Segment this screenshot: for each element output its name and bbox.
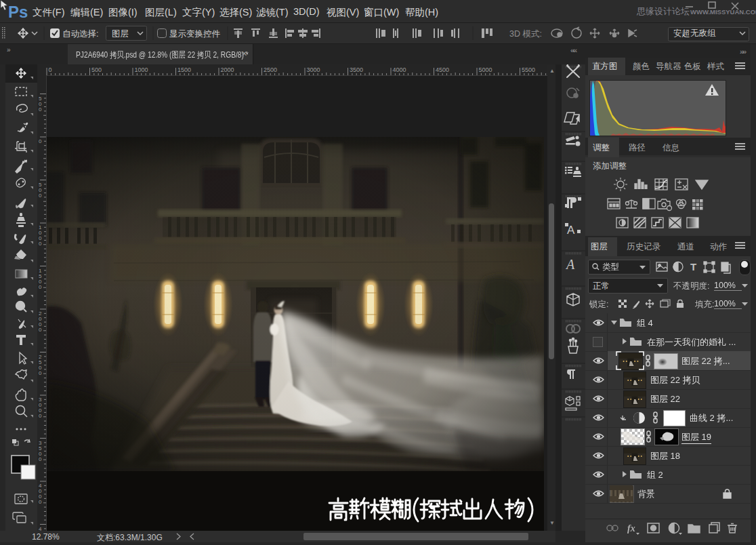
svg-text:A: A <box>565 257 575 272</box>
svg-text:0: 0 <box>39 138 42 144</box>
svg-text:3000: 3000 <box>307 66 320 73</box>
svg-text:5500: 5500 <box>522 66 535 73</box>
svg-text:0: 0 <box>39 456 42 462</box>
svg-text:5000: 5000 <box>479 66 492 73</box>
svg-text:0: 0 <box>39 327 42 333</box>
svg-text:0: 0 <box>49 66 52 73</box>
svg-text:0: 0 <box>39 499 42 505</box>
svg-text:0: 0 <box>39 284 42 290</box>
svg-text:0: 0 <box>39 241 42 247</box>
svg-text:0: 0 <box>39 193 42 199</box>
svg-text:2000: 2000 <box>221 66 234 73</box>
svg-text:0: 0 <box>39 413 42 419</box>
svg-text:3500: 3500 <box>350 66 363 73</box>
svg-text:0: 0 <box>39 370 42 376</box>
svg-text:0: 0 <box>39 106 42 113</box>
svg-text:4500: 4500 <box>436 66 449 73</box>
svg-text:2500: 2500 <box>264 66 277 73</box>
svg-text:fx: fx <box>627 523 635 533</box>
svg-text:1500: 1500 <box>177 66 191 73</box>
svg-text:4000: 4000 <box>393 66 406 73</box>
svg-text:T: T <box>690 261 696 272</box>
svg-text:500: 500 <box>91 66 102 73</box>
svg-text:4: 4 <box>39 526 42 531</box>
svg-text:1000: 1000 <box>135 66 148 73</box>
